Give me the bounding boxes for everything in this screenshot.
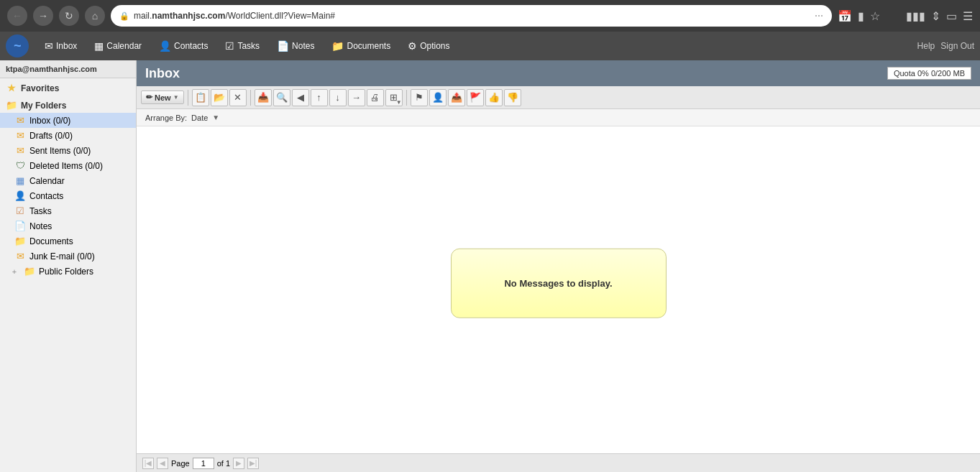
new-label: New	[155, 93, 171, 102]
sidebar-junk-label: Junk E-mail (0/0)	[29, 251, 95, 262]
sidebar-favorites[interactable]: ★ Favorites	[0, 78, 136, 96]
help-link[interactable]: Help	[917, 41, 935, 51]
sidebar-folder-junk[interactable]: ✉ Junk E-mail (0/0)	[0, 249, 136, 264]
sort-icon: ▼	[212, 114, 219, 121]
app-nav-right: Help Sign Out	[917, 41, 974, 51]
toolbar-btn-contacts2[interactable]: 👤	[429, 89, 447, 106]
toolbar-btn-move-to[interactable]: 📂	[211, 89, 228, 106]
toolbar-btn-thumbdown[interactable]: 👎	[504, 89, 521, 106]
nav-documents[interactable]: 📁 Documents	[324, 37, 398, 55]
sync-icon[interactable]: ⇕	[931, 9, 940, 23]
sidebar-folder-documents[interactable]: 📁 Documents	[0, 233, 136, 249]
toolbar-btn-search[interactable]: 🔍	[273, 89, 290, 106]
shield-icon[interactable]: ▮	[858, 9, 864, 23]
no-messages-box: No Messages to display.	[451, 248, 667, 318]
sidebar-folder-notes[interactable]: 📄 Notes	[0, 218, 136, 233]
nav-contacts-label: Contacts	[174, 41, 208, 51]
toolbar: ✏ New ▼ 📋 📂 ✕ 📥 🔍 ◀ ↑ ↓ → 🖨 ⊞▼ ⚑ 👤 📤 🚩	[137, 86, 980, 109]
sidebar-folder-calendar[interactable]: ▦ Calendar	[0, 173, 136, 188]
arrange-by-value[interactable]: Date	[191, 114, 208, 122]
page-prev-button[interactable]: ◀	[157, 458, 168, 469]
arrange-bar: Arrange By: Date ▼	[137, 109, 980, 126]
nav-options-label: Options	[420, 41, 449, 51]
content-title: Inbox	[145, 66, 887, 81]
sidebar-folder-deleted[interactable]: 🛡 Deleted Items (0/0)	[0, 158, 136, 173]
toolbar-sep-2	[250, 90, 251, 106]
toolbar-btn-findprev[interactable]: ◀	[292, 89, 309, 106]
toolbar-btn-flag1[interactable]: ⚑	[411, 89, 428, 106]
nav-inbox[interactable]: ✉ Inbox	[37, 37, 84, 55]
sidebar-tasks-label: Tasks	[29, 206, 52, 216]
notes-folder-icon: 📄	[14, 221, 26, 231]
page-input[interactable]	[193, 458, 214, 469]
url-prefix: mail.	[134, 11, 152, 21]
page-last-button[interactable]: ▶|	[247, 458, 259, 469]
new-icon: ✏	[146, 93, 152, 102]
toolbar-btn-forward[interactable]: →	[348, 89, 365, 106]
no-messages-text: No Messages to display.	[504, 277, 612, 288]
documents-folder-icon: 📁	[14, 236, 26, 246]
page-next-button[interactable]: ▶	[233, 458, 244, 469]
contacts-folder-icon: 👤	[14, 190, 26, 201]
arrange-by-label: Arrange By:	[145, 114, 187, 122]
sidebar-my-folders[interactable]: 📁 My Folders	[0, 96, 136, 113]
sidebar-folder-contacts[interactable]: 👤 Contacts	[0, 188, 136, 203]
sidebar-deleted-label: Deleted Items (0/0)	[29, 161, 103, 171]
toolbar-btn-forward2[interactable]: 📤	[448, 89, 465, 106]
page-first-button[interactable]: |◀	[142, 458, 154, 469]
refresh-button[interactable]: ↻	[59, 6, 79, 26]
toolbar-btn-copy-to[interactable]: 📋	[192, 89, 209, 106]
sidebar-folder-drafts[interactable]: ✉ Drafts (0/0)	[0, 128, 136, 143]
tasks-nav-icon: ☑	[225, 40, 234, 52]
sidebar-folder-sent[interactable]: ✉ Sent Items (0/0)	[0, 143, 136, 158]
toolbar-sep-1	[188, 90, 188, 106]
nav-calendar-label: Calendar	[106, 41, 142, 51]
toolbar-btn-columns[interactable]: ⊞▼	[385, 89, 403, 106]
star-icon[interactable]: ☆	[870, 9, 880, 23]
inbox-nav-icon: ✉	[45, 40, 53, 52]
content-area: Inbox Quota 0% 0/200 MB ✏ New ▼ 📋 📂 ✕ 📥 …	[137, 60, 980, 472]
sidebar: ktpa@namthanhjsc.com ★ Favorites 📁 My Fo…	[0, 60, 137, 472]
back-button[interactable]: ←	[7, 6, 27, 26]
calendar-nav-icon: ▦	[94, 40, 104, 52]
sidebar-user-email: ktpa@namthanhjsc.com	[0, 60, 136, 78]
toolbar-btn-up[interactable]: ↑	[311, 89, 328, 106]
sidebar-drafts-label: Drafts (0/0)	[29, 131, 73, 141]
sidebar-public-label: Public Folders	[39, 267, 93, 277]
library-icon[interactable]: ▮▮▮	[906, 9, 925, 23]
sidebar-inbox-label: Inbox (0/0)	[29, 116, 70, 126]
new-dropdown-arrow: ▼	[173, 94, 179, 101]
url-domain: namthanhjsc.com	[152, 11, 225, 21]
sidebar-folder-inbox[interactable]: ✉ Inbox (0/0)	[0, 113, 136, 128]
toolbar-btn-unflag[interactable]: 🚩	[467, 89, 484, 106]
nav-options[interactable]: ⚙ Options	[400, 37, 457, 55]
bookmark-icon[interactable]: 📅	[838, 9, 852, 23]
toolbar-btn-thumbup[interactable]: 👍	[485, 89, 503, 106]
deleted-folder-icon: 🛡	[14, 160, 26, 171]
home-button[interactable]: ⌂	[85, 6, 105, 26]
favorites-label: Favorites	[21, 83, 59, 93]
signout-link[interactable]: Sign Out	[940, 41, 974, 51]
content-header: Inbox Quota 0% 0/200 MB	[137, 60, 980, 86]
toolbar-btn-print[interactable]: 🖨	[367, 89, 384, 106]
nav-tasks[interactable]: ☑ Tasks	[218, 37, 267, 55]
nav-contacts[interactable]: 👤 Contacts	[152, 37, 215, 55]
toolbar-btn-getmail[interactable]: 📥	[255, 89, 272, 106]
toolbar-btn-delete[interactable]: ✕	[229, 89, 247, 106]
nav-calendar[interactable]: ▦ Calendar	[87, 37, 149, 55]
menu-icon[interactable]: ☰	[963, 9, 973, 23]
new-button[interactable]: ✏ New ▼	[141, 91, 184, 104]
sidebar-folder-public[interactable]: + 📁 Public Folders	[0, 264, 136, 279]
nav-notes[interactable]: 📄 Notes	[270, 37, 321, 55]
toolbar-sep-3	[406, 90, 407, 106]
toolbar-btn-down[interactable]: ↓	[329, 89, 347, 106]
inbox-folder-icon: ✉	[14, 115, 26, 126]
sidebar-folder-tasks[interactable]: ☑ Tasks	[0, 203, 136, 218]
url-more-icon: ⋯	[815, 11, 823, 21]
quota-text: Quota 0% 0/200 MB	[894, 69, 965, 78]
nav-tasks-label: Tasks	[237, 41, 260, 51]
browser-menu-icons: 📅 ▮ ☆ ▮▮▮ ⇕ ▭ ☰	[838, 9, 973, 23]
url-bar[interactable]: 🔒 mail.namthanhjsc.com/WorldClient.dll?V…	[111, 5, 832, 27]
forward-button[interactable]: →	[33, 6, 53, 26]
split-icon[interactable]: ▭	[946, 9, 957, 23]
